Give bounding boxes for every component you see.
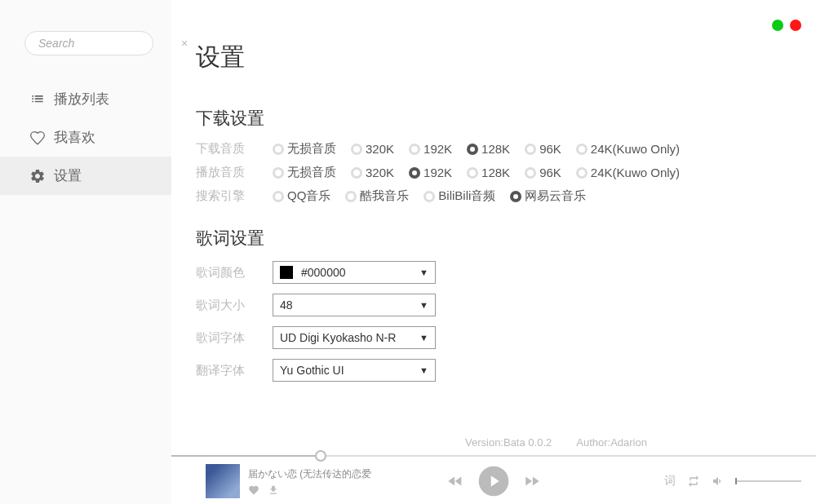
search-engine-option[interactable]: BiliBili音频 xyxy=(424,188,495,204)
radio-label: 网易云音乐 xyxy=(525,188,586,204)
repeat-icon[interactable] xyxy=(687,475,700,488)
radio-label: 192K xyxy=(424,142,452,156)
lyrics-section-title: 歌词设置 xyxy=(196,227,792,250)
album-art[interactable] xyxy=(206,464,240,498)
radio-label: 24K(Kuwo Only) xyxy=(591,142,680,156)
download-quality-option[interactable]: 128K xyxy=(467,142,510,156)
play-quality-option[interactable]: 128K xyxy=(467,166,510,179)
search-engine-option[interactable]: 网易云音乐 xyxy=(510,188,586,204)
radio-icon xyxy=(345,191,357,202)
radio-icon xyxy=(525,144,536,155)
search-engine-row: 搜索引擎 QQ音乐酷我音乐BiliBili音频网易云音乐 xyxy=(196,188,792,204)
lyrics-button[interactable]: 词 xyxy=(664,474,676,489)
next-icon[interactable] xyxy=(523,472,541,490)
radio-icon xyxy=(273,167,284,179)
radio-label: BiliBili音频 xyxy=(438,188,495,204)
lyrics-size-row: 歌词大小 48 ▼ xyxy=(196,294,792,316)
font-select[interactable]: UD Digi Kyokasho N-R ▼ xyxy=(273,326,436,349)
play-quality-option[interactable]: 无损音质 xyxy=(273,165,336,180)
radio-icon xyxy=(409,167,420,179)
radio-icon xyxy=(467,167,478,179)
setting-label: 歌词大小 xyxy=(196,298,273,313)
nav-label: 播放列表 xyxy=(54,90,109,108)
radio-icon xyxy=(525,167,536,179)
player-bar: 届かない恋 (无法传达的恋爱 词 xyxy=(171,458,816,504)
radio-label: 320K xyxy=(366,166,394,179)
sidebar-item-settings[interactable]: 设置 xyxy=(0,157,171,195)
radio-icon xyxy=(576,167,588,179)
setting-label: 播放音质 xyxy=(196,165,273,180)
sidebar: × 播放列表 我喜欢 设置 xyxy=(0,0,171,504)
radio-icon xyxy=(351,167,362,179)
right-controls: 词 xyxy=(664,474,801,489)
radio-icon xyxy=(510,191,521,202)
list-icon xyxy=(29,91,46,108)
main-content: 设置 下载设置 下载音质 无损音质320K192K128K96K24K(Kuwo… xyxy=(171,0,816,504)
page-title: 设置 xyxy=(196,41,792,74)
download-icon[interactable] xyxy=(268,484,279,496)
lyrics-font-row: 歌词字体 UD Digi Kyokasho N-R ▼ xyxy=(196,326,792,349)
previous-icon[interactable] xyxy=(446,472,464,490)
play-controls xyxy=(446,465,541,497)
play-quality-option[interactable]: 192K xyxy=(409,166,452,179)
select-value: #000000 xyxy=(301,266,419,279)
radio-label: 酷我音乐 xyxy=(360,188,409,204)
gear-icon xyxy=(29,168,46,184)
download-quality-option[interactable]: 24K(Kuwo Only) xyxy=(576,142,680,156)
radio-icon xyxy=(409,144,420,155)
radio-icon xyxy=(576,144,588,155)
radio-icon xyxy=(424,191,435,202)
color-swatch xyxy=(280,266,293,279)
author-text: Author:Adarion xyxy=(576,436,647,449)
footer-info: Version:Bata 0.0.2 Author:Adarion xyxy=(465,436,647,449)
search-box[interactable]: × xyxy=(24,31,153,55)
search-input[interactable] xyxy=(38,37,181,50)
search-engine-option[interactable]: 酷我音乐 xyxy=(345,188,409,204)
sidebar-item-favorites[interactable]: 我喜欢 xyxy=(0,118,171,157)
setting-label: 下载音质 xyxy=(196,141,273,157)
setting-label: 歌词字体 xyxy=(196,330,273,346)
radio-label: 96K xyxy=(539,142,561,156)
chevron-down-icon: ▼ xyxy=(419,300,428,310)
radio-label: 96K xyxy=(539,166,561,179)
version-text: Version:Bata 0.0.2 xyxy=(465,436,552,449)
setting-label: 翻译字体 xyxy=(196,363,273,378)
chevron-down-icon: ▼ xyxy=(419,365,428,375)
setting-label: 搜索引擎 xyxy=(196,188,273,204)
play-icon[interactable] xyxy=(477,465,510,497)
song-info: 届かない恋 (无法传达的恋爱 xyxy=(248,467,371,496)
select-value: UD Digi Kyokasho N-R xyxy=(280,331,419,344)
play-quality-option[interactable]: 96K xyxy=(525,166,561,179)
tfont-select[interactable]: Yu Gothic UI ▼ xyxy=(273,359,436,382)
download-section-title: 下载设置 xyxy=(196,107,792,130)
radio-label: 128K xyxy=(481,166,510,179)
radio-label: 24K(Kuwo Only) xyxy=(591,166,680,179)
radio-icon xyxy=(351,144,362,155)
color-select[interactable]: #000000 ▼ xyxy=(273,261,436,284)
radio-label: 192K xyxy=(424,166,452,179)
search-engine-option[interactable]: QQ音乐 xyxy=(273,188,330,204)
download-quality-option[interactable]: 320K xyxy=(351,142,394,156)
select-value: 48 xyxy=(280,298,419,312)
radio-label: QQ音乐 xyxy=(287,188,330,204)
download-quality-option[interactable]: 无损音质 xyxy=(273,141,336,157)
nav-label: 我喜欢 xyxy=(54,128,95,147)
volume-slider[interactable] xyxy=(736,480,801,482)
progress-bar[interactable] xyxy=(171,455,816,457)
download-quality-option[interactable]: 192K xyxy=(409,142,452,156)
sidebar-item-playlist[interactable]: 播放列表 xyxy=(0,80,171,118)
radio-icon xyxy=(273,144,284,155)
nav-label: 设置 xyxy=(54,166,82,185)
volume-icon[interactable] xyxy=(712,475,725,488)
heart-icon[interactable] xyxy=(248,484,259,496)
chevron-down-icon: ▼ xyxy=(419,333,428,343)
setting-label: 歌词颜色 xyxy=(196,265,273,281)
download-quality-option[interactable]: 96K xyxy=(525,142,561,156)
size-select[interactable]: 48 ▼ xyxy=(273,294,436,316)
translate-font-row: 翻译字体 Yu Gothic UI ▼ xyxy=(196,359,792,382)
play-quality-option[interactable]: 24K(Kuwo Only) xyxy=(576,166,680,179)
radio-label: 128K xyxy=(481,142,510,156)
lyrics-color-row: 歌词颜色 #000000 ▼ xyxy=(196,261,792,284)
play-quality-row: 播放音质 无损音质320K192K128K96K24K(Kuwo Only) xyxy=(196,165,792,180)
play-quality-option[interactable]: 320K xyxy=(351,166,394,179)
